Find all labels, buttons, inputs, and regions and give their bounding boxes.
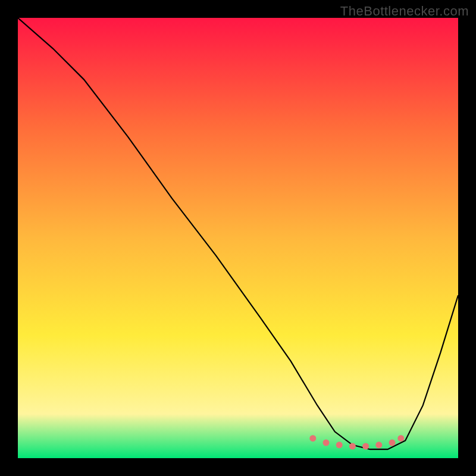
watermark-text: TheBottleneсker.com	[340, 4, 469, 19]
highlight-dot	[349, 443, 356, 450]
chart-area	[18, 18, 458, 458]
highlight-dot	[397, 435, 404, 441]
highlight-dot	[309, 435, 316, 441]
highlight-dot	[362, 443, 369, 450]
highlight-dot	[375, 441, 382, 448]
highlight-dot	[323, 440, 330, 446]
highlight-dot	[389, 440, 396, 446]
highlight-dots-group	[309, 435, 404, 449]
highlight-dot	[336, 441, 343, 448]
main-curve-path	[18, 18, 458, 449]
curve-overlay	[18, 18, 458, 458]
